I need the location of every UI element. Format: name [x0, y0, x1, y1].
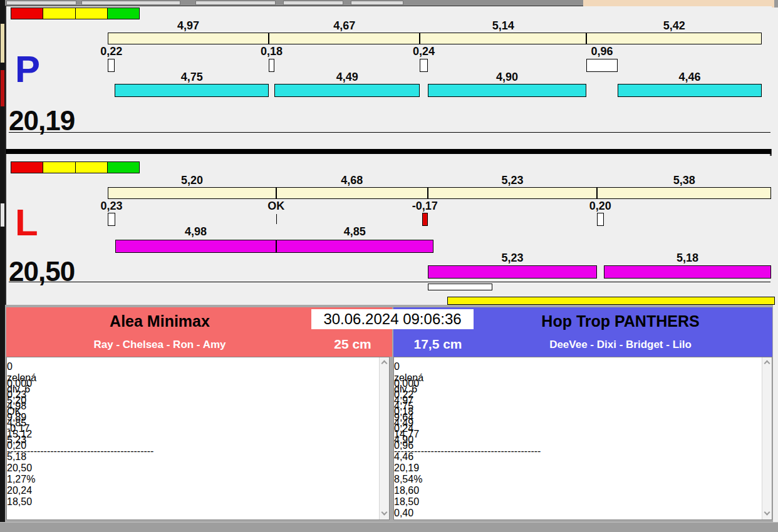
panel-data-row: 4,970,184,49 — [394, 395, 761, 412]
leg-time-bar — [604, 265, 772, 279]
lane-total-time: 20,50 — [9, 258, 75, 285]
datetime-display: 30.06.2024 09:06:36 — [311, 309, 474, 329]
team-jump-height: 25 cm — [318, 337, 388, 352]
results-panel-left: 0zelenádiv. 60,0000,234,985,20OK4,859,89… — [6, 357, 390, 520]
app-window: P 4,970,224,754,670,184,495,140,244,905,… — [0, 0, 778, 532]
divider-line — [9, 282, 770, 282]
panel-data-row: 0,0000,224,75 — [394, 378, 761, 395]
panel-data-row: 15,120,205,18 — [7, 429, 378, 446]
result-cell: 0 — [7, 361, 378, 372]
leg-time-label: 4,90 — [479, 72, 535, 83]
yellow-indicator-bar — [447, 297, 775, 305]
divider-line — [9, 132, 770, 133]
leg-time-bar — [428, 265, 597, 279]
split-time-bar — [108, 187, 771, 199]
cross-time-box — [586, 59, 618, 72]
leg-time-bar — [276, 240, 433, 253]
leg-time-label: 4,75 — [163, 72, 220, 83]
leg-time-bar — [115, 240, 276, 253]
result-cell: 9,64 — [394, 412, 761, 423]
lane-chart: 4,970,224,754,670,184,495,140,244,905,42… — [6, 6, 772, 149]
cross-time-label: 0,23 — [86, 201, 137, 212]
white-indicator-bar — [428, 284, 492, 290]
result-cell: 20,50 — [7, 463, 378, 474]
cross-time-label: -0,17 — [400, 201, 450, 212]
leg-time-bar — [274, 84, 420, 97]
panel-meta-row: 0zelenádiv. 6 — [7, 361, 378, 378]
panel-scrollbar[interactable] — [379, 357, 389, 519]
lane-chart: 5,200,234,984,68OK4,855,23-0,175,235,380… — [6, 156, 772, 305]
split-time-label: 5,14 — [475, 21, 531, 31]
result-cell: 0 — [394, 361, 761, 372]
result-cell: 18,50 — [7, 496, 378, 508]
scroll-up-icon[interactable] — [381, 361, 388, 367]
result-cell: 14,77 — [394, 429, 761, 440]
cross-time-label: 0,22 — [86, 46, 137, 57]
cross-time-label: 0,18 — [247, 46, 297, 57]
panel-divider-row: ----------------------------------------… — [7, 446, 378, 463]
cross-time-label: 0,20 — [575, 201, 625, 212]
split-tick — [586, 33, 587, 44]
panel-data-row: 9,640,244,90 — [394, 412, 761, 429]
result-cell: 18,60 — [394, 485, 761, 496]
split-time-label: 4,68 — [324, 175, 380, 186]
split-tick — [419, 33, 420, 44]
panel-meta-row: 0zelenádiv. 6 — [394, 361, 761, 378]
result-cell: 4,97 — [394, 395, 761, 406]
lane-total-time: 20,19 — [9, 108, 75, 134]
team-jump-height: 17,5 cm — [403, 337, 473, 352]
lane-section-l: L 5,200,234,984,68OK4,855,23-0,175,235,3… — [6, 156, 772, 305]
result-cell: 1,27% — [7, 474, 378, 485]
sliver-fragment — [1, 24, 4, 63]
split-time-bar — [108, 33, 762, 44]
lane-section-p: P 4,970,224,754,670,184,495,140,244,905,… — [6, 6, 772, 149]
split-time-label: 4,97 — [160, 21, 216, 31]
scroll-down-icon[interactable] — [381, 509, 388, 516]
sliver-fragment — [1, 70, 4, 106]
leg-time-bar — [115, 84, 269, 97]
status-bar — [0, 522, 778, 532]
result-cell: 15,12 — [7, 429, 378, 440]
cross-time-box — [420, 59, 427, 72]
panel-data-row: 5,20OK4,85 — [7, 395, 378, 412]
split-time-label: 5,23 — [484, 175, 541, 186]
result-cell: 18,50 — [394, 496, 761, 508]
toolbar-segment — [351, 1, 403, 5]
panel-scrollbar[interactable] — [762, 357, 772, 519]
panel-data-row: 0,0000,234,98 — [7, 378, 378, 395]
cross-time-label: 0,24 — [399, 46, 449, 57]
results-text: 0zelenádiv. 60,0000,224,754,970,184,499,… — [394, 361, 761, 519]
toolbar-segment — [283, 1, 343, 5]
cross-time-box — [422, 213, 428, 226]
split-time-label: 4,67 — [316, 21, 373, 31]
team-name: Hop Trop PANTHERS — [469, 312, 772, 330]
team-members: Ray - Chelsea - Ron - Amy — [6, 339, 313, 351]
cross-time-box — [108, 59, 115, 72]
results-panel-right: 0zelenádiv. 60,0000,224,754,970,184,499,… — [393, 357, 772, 520]
leg-time-label: 4,46 — [661, 72, 718, 83]
sliver-fragment — [1, 203, 4, 227]
results-text: 0zelenádiv. 60,0000,234,985,20OK4,859,89… — [7, 361, 378, 519]
result-cell: ----------------------------------------… — [394, 446, 761, 457]
split-tick — [427, 187, 428, 199]
split-time-label: 5,38 — [656, 175, 712, 186]
panel-divider-row: ----------------------------------------… — [394, 446, 761, 463]
toolbar-segment — [81, 1, 180, 5]
scroll-down-icon[interactable] — [764, 509, 770, 516]
team-name: Alea Minimax — [6, 312, 313, 330]
toolbar-segment — [6, 1, 76, 5]
leg-time-bar — [428, 84, 586, 97]
panel-data-row: 9,89-0,175,23 — [7, 412, 378, 429]
cross-ok-tick — [276, 214, 277, 224]
split-tick — [268, 33, 269, 44]
background-left-sliver — [0, 0, 5, 532]
team-members: DeeVee - Dixi - Bridget - Lilo — [469, 339, 772, 351]
result-cell: 20,24 — [7, 485, 378, 496]
background-window-edge — [774, 0, 778, 8]
panel-total-row: 20,198,54%18,6018,500,40 — [394, 463, 761, 479]
scroll-up-icon[interactable] — [764, 361, 770, 367]
split-tick — [596, 187, 598, 199]
result-cell: ----------------------------------------… — [7, 446, 378, 457]
split-time-label: 5,20 — [163, 175, 220, 186]
leg-time-label: 5,23 — [484, 253, 541, 263]
